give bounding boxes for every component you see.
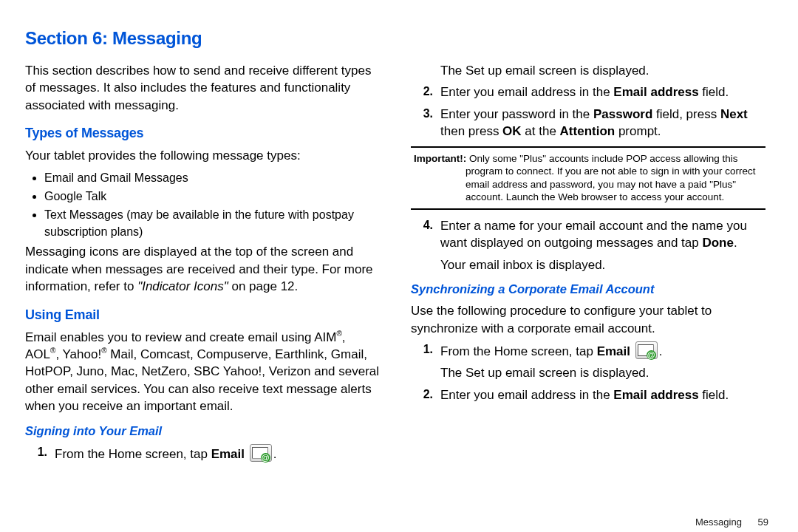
step-subtext: Your email inbox is displayed.: [440, 256, 765, 273]
important-note: Important!: Only some "Plus" accounts in…: [411, 146, 765, 210]
step-4: 4. Enter a name for your email account a…: [411, 217, 765, 273]
step-subtext: The Set up email screen is displayed.: [440, 364, 765, 381]
text: Enter your password in the: [440, 107, 593, 121]
step-text: Enter a name for your email account and …: [440, 217, 765, 273]
page-number: 59: [758, 516, 768, 528]
sync-intro: Use the following procedure to configure…: [411, 302, 765, 337]
step-2: 2. Enter you email address in the Email …: [411, 83, 765, 100]
manual-page: Section 6: Messaging This section descri…: [0, 0, 798, 532]
numbered-list: 4. Enter a name for your email account a…: [411, 217, 765, 273]
types-list: Email and Gmail Messages Google Talk Tex…: [35, 169, 380, 241]
list-item: Google Talk: [44, 188, 380, 205]
list-item: Email and Gmail Messages: [44, 169, 380, 186]
text: then press: [440, 124, 502, 138]
step-number: 2.: [411, 386, 440, 403]
heading-types: Types of Messages: [25, 124, 380, 143]
text: From the Home screen, tap: [440, 344, 597, 358]
intro-paragraph: This section describes how to send and r…: [25, 62, 380, 114]
email-icon: [635, 341, 658, 359]
text: field.: [699, 388, 729, 402]
note-text: Only some "Plus" accounts include POP ac…: [466, 153, 755, 203]
email-icon: [250, 444, 272, 462]
types-intro: Your tablet provides the following messa…: [25, 147, 380, 164]
step-1: 1. From the Home screen, tap Email .: [25, 444, 380, 463]
two-column-layout: This section describes how to send and r…: [25, 62, 773, 467]
numbered-list: 2. Enter you email address in the Email …: [411, 83, 765, 140]
left-column: This section describes how to send and r…: [25, 62, 380, 467]
text: Enter a name for your email account and …: [440, 219, 747, 250]
text: at the: [522, 124, 560, 138]
registered-mark: ®: [101, 347, 106, 355]
step-3: 3. Enter your password in the Password f…: [411, 106, 765, 140]
bold-label: Email address: [613, 388, 698, 402]
step-number: 1.: [25, 444, 55, 463]
bold-label: OK: [502, 124, 522, 138]
bold-label: Email address: [613, 85, 698, 99]
bold-label: Next: [720, 107, 748, 121]
step-text: Enter you email address in the Email add…: [440, 386, 765, 403]
text: prompt.: [615, 124, 661, 138]
bold-label: Password: [593, 107, 652, 121]
page-footer: Messaging 59: [695, 516, 768, 528]
numbered-list: 1. From the Home screen, tap Email . The…: [411, 341, 765, 403]
continuation-text: The Set up email screen is displayed.: [440, 62, 765, 79]
sync-step-1: 1. From the Home screen, tap Email . The…: [411, 341, 765, 382]
step-number: 4.: [411, 217, 440, 273]
step-text: From the Home screen, tap Email . The Se…: [440, 341, 765, 382]
text: field, press: [652, 107, 720, 121]
text: , Yahoo!: [55, 347, 101, 361]
bold-label: Email: [211, 447, 245, 461]
using-email-paragraph: Email enables you to review and create e…: [25, 329, 380, 415]
step-text: Enter you email address in the Email add…: [440, 83, 765, 100]
note-label: Important!:: [414, 153, 466, 164]
text: Enter you email address in the: [440, 388, 613, 402]
text: field.: [699, 85, 729, 99]
list-item: Text Messages (may be available in the f…: [44, 206, 380, 240]
bold-label: Attention: [560, 124, 615, 138]
bold-label: Done: [702, 236, 734, 250]
step-text: Enter your password in the Password fiel…: [440, 106, 765, 140]
registered-mark: ®: [336, 330, 341, 338]
cross-reference: "Indicator Icons": [137, 279, 228, 293]
text: .: [734, 236, 737, 250]
text: Email enables you to review and create e…: [25, 330, 336, 344]
step-number: 1.: [411, 341, 440, 382]
text: Enter you email address in the: [440, 85, 613, 99]
sync-step-2: 2. Enter you email address in the Email …: [411, 386, 765, 403]
heading-signing-in: Signing into Your Email: [25, 423, 380, 440]
heading-using-email: Using Email: [25, 306, 380, 324]
right-column: The Set up email screen is displayed. 2.…: [411, 62, 765, 467]
types-after: Messaging icons are displayed at the top…: [25, 243, 380, 295]
step-text: From the Home screen, tap Email .: [55, 444, 380, 463]
heading-sync-corporate: Synchronizing a Corporate Email Account: [411, 281, 765, 298]
text: .: [659, 344, 663, 358]
footer-section-label: Messaging: [695, 516, 742, 528]
section-title: Section 6: Messaging: [25, 28, 773, 49]
bold-label: Email: [597, 344, 630, 358]
step-number: 2.: [411, 83, 440, 100]
text: on page 12.: [228, 279, 299, 293]
text: .: [273, 447, 277, 461]
text: From the Home screen, tap: [55, 447, 211, 461]
step-number: 3.: [411, 106, 440, 140]
numbered-list: 1. From the Home screen, tap Email .: [25, 444, 380, 463]
